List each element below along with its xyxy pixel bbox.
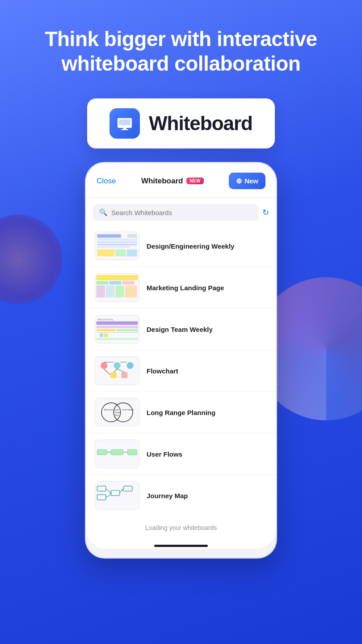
svg-rect-11 [97, 250, 114, 257]
item-name: Journey Map [147, 492, 188, 500]
list-item[interactable]: Journey Map [86, 475, 276, 516]
panel-title-group: Whiteboard NEW [141, 177, 204, 186]
item-name: Long Range Planning [147, 409, 215, 416]
svg-rect-30 [97, 332, 138, 333]
whiteboard-icon [116, 114, 134, 132]
list-item[interactable]: Flowchart [86, 350, 276, 392]
svg-rect-22 [115, 286, 124, 298]
refresh-icon[interactable]: ↻ [262, 208, 269, 217]
home-bar [154, 545, 208, 547]
svg-rect-21 [106, 286, 114, 298]
svg-rect-23 [125, 286, 137, 298]
search-icon: 🔍 [99, 208, 108, 216]
svg-rect-39 [122, 372, 128, 378]
svg-rect-20 [97, 286, 105, 298]
svg-point-37 [126, 362, 134, 369]
search-row: 🔍 ↻ [93, 204, 269, 221]
svg-rect-32 [104, 334, 108, 337]
blob-left [0, 215, 63, 304]
item-thumbnail [95, 356, 139, 385]
svg-text:daily planning: daily planning [97, 318, 113, 321]
svg-rect-28 [97, 329, 116, 331]
hero-section: Think bigger with interactive whiteboard… [0, 0, 362, 94]
list-item[interactable]: User Flows [86, 433, 276, 475]
svg-rect-54 [111, 450, 123, 455]
svg-rect-18 [109, 281, 122, 285]
wb-label: Whiteboard [149, 112, 253, 135]
search-input-wrap: 🔍 [93, 204, 259, 221]
list-item[interactable]: Business Goals User Needs Sweet Spot Lon… [86, 392, 276, 433]
hero-title: Think bigger with interactive whiteboard… [27, 27, 335, 76]
svg-rect-31 [100, 334, 103, 337]
svg-rect-27 [97, 326, 138, 329]
wb-badge: Whiteboard [87, 98, 275, 148]
svg-point-36 [114, 362, 121, 369]
svg-text:Spot: Spot [114, 414, 119, 416]
svg-rect-8 [97, 242, 137, 243]
panel-header: Close Whiteboard NEW ⊕ New [86, 163, 276, 198]
svg-text:Business Goals: Business Goals [104, 409, 119, 411]
list-item[interactable]: daily planning Design Team Weekly [86, 309, 276, 350]
item-name: Marketing Landing Page [147, 284, 224, 292]
svg-rect-34 [96, 357, 139, 385]
search-container: 🔍 ↻ [86, 198, 276, 225]
wb-badge-container: Whiteboard [0, 94, 362, 162]
item-thumbnail: Business Goals User Needs Sweet Spot [95, 398, 139, 427]
svg-rect-16 [97, 275, 138, 280]
svg-point-35 [101, 362, 108, 369]
wb-app-icon [109, 108, 140, 139]
svg-rect-2 [119, 119, 130, 125]
close-button[interactable]: Close [97, 177, 116, 186]
svg-rect-38 [110, 372, 117, 378]
svg-rect-55 [127, 450, 137, 455]
svg-text:User Needs: User Needs [122, 409, 134, 411]
svg-rect-13 [126, 250, 137, 257]
svg-rect-19 [122, 281, 135, 285]
item-name: User Flows [147, 450, 182, 458]
phone-frame: Close Whiteboard NEW ⊕ New 🔍 ↻ [85, 162, 277, 559]
svg-rect-53 [97, 450, 106, 455]
svg-rect-26 [97, 322, 138, 325]
item-thumbnail: daily planning [95, 315, 139, 343]
svg-rect-17 [97, 281, 109, 285]
svg-text:Sweet: Sweet [114, 411, 121, 414]
whiteboard-panel: Close Whiteboard NEW ⊕ New 🔍 ↻ [86, 163, 276, 549]
item-thumbnail [95, 273, 139, 302]
item-name: Design/Engineering Weekly [147, 242, 234, 250]
svg-rect-7 [97, 239, 137, 241]
new-whiteboard-button[interactable]: ⊕ New [229, 173, 265, 189]
loading-text: Loading your whiteboards [86, 516, 276, 539]
new-btn-icon: ⊕ [236, 177, 242, 185]
item-name: Flowchart [147, 367, 178, 375]
svg-rect-12 [115, 250, 126, 257]
panel-title-text: Whiteboard [141, 177, 183, 186]
item-thumbnail [95, 232, 139, 260]
item-name: Design Team Weekly [147, 326, 213, 333]
svg-rect-6 [97, 234, 121, 238]
home-indicator [86, 539, 276, 549]
list-item[interactable]: Marketing Landing Page [86, 267, 276, 309]
svg-rect-9 [97, 244, 137, 246]
new-badge: NEW [186, 178, 203, 184]
list-item[interactable]: Design/Engineering Weekly [86, 225, 276, 267]
svg-rect-4 [121, 129, 128, 130]
svg-rect-10 [97, 246, 130, 248]
whiteboard-list: Design/Engineering Weekly [86, 225, 276, 516]
svg-rect-14 [127, 234, 137, 238]
new-btn-label: New [244, 177, 258, 185]
item-thumbnail [95, 440, 139, 468]
svg-rect-33 [97, 338, 138, 340]
search-input[interactable] [111, 209, 253, 216]
svg-rect-29 [116, 329, 138, 331]
svg-rect-3 [123, 128, 126, 129]
item-thumbnail [95, 481, 139, 510]
